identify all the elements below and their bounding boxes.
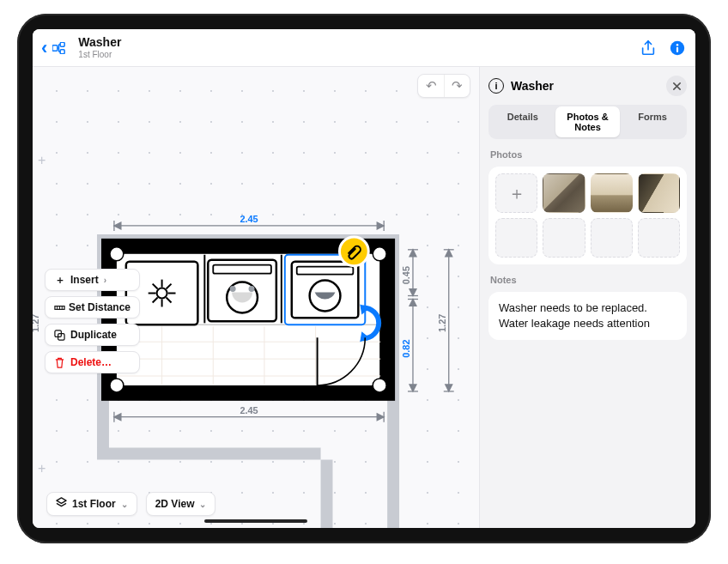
page-title-block: Washer 1st Floor: [78, 36, 121, 58]
svg-marker-49: [377, 222, 384, 229]
floor-label: 1st Floor: [72, 498, 116, 510]
insert-button[interactable]: ＋ Insert ›: [45, 269, 140, 291]
svg-point-40: [110, 247, 124, 261]
close-button[interactable]: [666, 76, 687, 96]
chevron-down-icon: ⌄: [199, 500, 206, 509]
page-subtitle: 1st Floor: [78, 50, 121, 59]
duplicate-label: Duplicate: [70, 329, 117, 341]
tab-details[interactable]: Details: [490, 106, 555, 137]
dimension-sel-height: 0.82: [401, 340, 411, 358]
svg-point-42: [110, 379, 124, 392]
tab-photos-notes[interactable]: Photos & Notes: [555, 106, 621, 137]
svg-point-4: [676, 44, 679, 46]
dimension-left-height: 1.27: [33, 314, 40, 332]
photo-placeholder[interactable]: [638, 218, 680, 258]
add-photo-button[interactable]: ＋: [495, 173, 537, 213]
plus-icon: ＋: [508, 182, 525, 205]
set-distance-label: Set Distance: [69, 301, 130, 313]
svg-point-41: [373, 247, 386, 261]
info-button[interactable]: [668, 39, 687, 58]
photo-thumbnail[interactable]: [638, 173, 680, 213]
plus-icon: ＋: [54, 275, 65, 286]
attachment-badge-icon[interactable]: [339, 237, 368, 266]
duplicate-button[interactable]: Duplicate: [45, 324, 140, 346]
inspector-tabs: Details Photos & Notes Forms: [488, 105, 687, 139]
photos-card: ＋: [488, 167, 687, 264]
top-bar: ‹ Washer 1st Floor: [33, 29, 695, 67]
photo-thumbnail[interactable]: [543, 173, 585, 213]
trash-icon: [54, 357, 65, 368]
inspector-title: Washer: [511, 79, 554, 93]
layers-icon: [56, 497, 67, 511]
chevron-down-icon: ⌄: [121, 500, 128, 509]
dimension-bottom-width: 2.45: [240, 405, 258, 415]
floor-plan-canvas[interactable]: ↶ ↷: [33, 67, 479, 528]
svg-rect-2: [60, 49, 64, 53]
photo-placeholder[interactable]: [591, 218, 633, 258]
insert-label: Insert: [70, 274, 99, 286]
view-selector[interactable]: 2D View ⌄: [146, 492, 216, 516]
floor-selector[interactable]: 1st Floor ⌄: [46, 492, 137, 516]
svg-rect-1: [60, 42, 64, 46]
svg-marker-48: [114, 222, 121, 229]
delete-label: Delete…: [70, 356, 112, 368]
svg-marker-59: [446, 385, 452, 391]
delete-button[interactable]: Delete…: [45, 351, 140, 373]
dimension-top-width: 2.45: [240, 214, 258, 224]
page-title: Washer: [78, 36, 121, 49]
context-menu: ＋ Insert › Set Distance Du: [45, 269, 140, 373]
svg-marker-63: [410, 299, 416, 306]
bottom-controls: 1st Floor ⌄ 2D View ⌄: [46, 492, 215, 516]
svg-rect-0: [52, 45, 58, 51]
svg-rect-5: [676, 46, 678, 52]
view-label: 2D View: [155, 498, 195, 510]
home-indicator: [204, 519, 307, 523]
duplicate-icon: [54, 330, 65, 341]
svg-marker-53: [114, 414, 121, 421]
photo-placeholder[interactable]: [495, 218, 537, 258]
hierarchy-icon[interactable]: [52, 42, 70, 54]
notes-text[interactable]: Washer needs to be replaced. Water leaka…: [488, 292, 687, 340]
photo-thumbnail[interactable]: [591, 173, 633, 213]
svg-marker-69: [410, 289, 416, 296]
chevron-right-icon: ›: [104, 276, 106, 285]
svg-rect-34: [292, 262, 359, 318]
set-distance-button[interactable]: Set Distance: [45, 296, 140, 318]
photo-placeholder[interactable]: [543, 218, 585, 258]
svg-marker-58: [446, 250, 452, 257]
dimension-right-height: 1.27: [437, 314, 447, 332]
photos-section-label: Photos: [490, 149, 685, 160]
svg-point-31: [230, 286, 236, 292]
svg-marker-68: [410, 250, 416, 257]
svg-point-43: [373, 379, 386, 392]
back-button[interactable]: ‹: [41, 39, 47, 58]
svg-marker-64: [410, 385, 416, 391]
ruler-icon: [54, 302, 65, 313]
info-icon: i: [488, 78, 504, 94]
notes-section-label: Notes: [490, 275, 685, 285]
dimension-sel-width: 0.45: [401, 266, 411, 284]
share-button[interactable]: [639, 39, 658, 58]
svg-marker-54: [377, 414, 384, 421]
inspector-panel: i Washer Details Photos & Notes Forms Ph…: [479, 67, 695, 528]
tab-forms[interactable]: Forms: [620, 106, 685, 137]
svg-point-32: [249, 286, 255, 292]
appliance-washer-1[interactable]: [208, 260, 276, 322]
